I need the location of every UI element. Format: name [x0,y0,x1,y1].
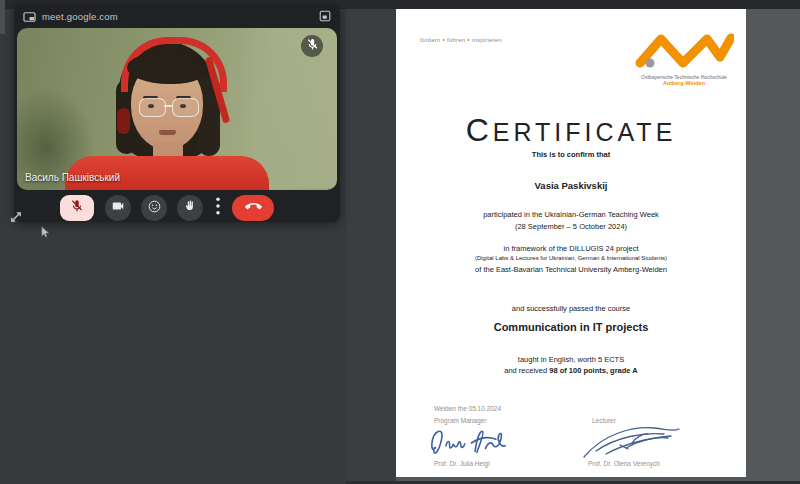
meet-pip-window: meet.google.com [14,5,340,222]
slogan-bullet: • [442,36,445,43]
headphones-earcup [117,108,130,134]
reactions-button[interactable] [141,195,167,221]
screen: meet.google.com [0,0,800,484]
grade-prefix: and received [504,366,549,375]
university-location: Amberg-Weiden [632,80,736,86]
pip-tab-icon [23,11,36,23]
call-controls [4,195,330,221]
back-to-tab-icon[interactable] [319,10,331,22]
participant-mouth [159,130,176,135]
glasses-lens [139,98,166,117]
more-options-icon [215,196,221,220]
certificate-title: Certificate [396,112,746,149]
participant-video: Василь Пашківський [17,28,337,190]
place-date: Weiden the 05.10.2024 [434,405,501,412]
participation-dates: (28 September – 5 October 2024) [396,222,746,231]
background-gutter [346,9,396,481]
left-signer-name: Prof. Dr. Julia Heigl [434,460,490,467]
participant-name-label: Василь Пашківський [25,172,120,183]
oth-logo-mark-icon [634,55,734,72]
course-details-line: taught in English, worth 5 ECTS [396,355,746,364]
mouse-cursor [41,224,50,242]
left-notch [0,0,5,34]
framework-note: (Digital Labs & Lectures for Ukrainian, … [396,255,746,261]
mic-toggle-button[interactable] [60,195,94,221]
slogan-word: führen [447,37,465,43]
passed-line: and successfully passed the course [396,304,746,313]
university-logo: Ostbayerische Technische Hochschule Ambe… [632,33,736,86]
slogan-bullet: • [467,36,470,43]
raise-hand-button[interactable] [177,195,203,221]
end-call-button[interactable] [232,195,274,221]
signature-right-image [576,419,686,465]
glasses-bridge [164,105,172,107]
university-line: of the East-Bavarian Technical Universit… [396,265,746,274]
pip-url: meet.google.com [42,11,118,22]
end-call-icon [245,198,262,219]
more-options-button[interactable] [212,195,224,221]
raise-hand-icon [183,199,197,217]
reactions-icon [147,199,162,218]
university-slogan: fördern•führen•inspirieren [420,36,502,43]
framework-line: in framework of the DILLUGIS 24 project [396,244,746,253]
slogan-word: inspirieren [472,37,502,43]
grade-line: and received 98 of 100 points, grade A [396,366,746,375]
participation-line: participated in the Ukrainian-German Tea… [396,210,746,219]
mic-muted-badge [301,35,323,57]
glasses-lens [172,98,199,117]
pip-titlebar: meet.google.com [14,5,340,28]
camera-toggle-button[interactable] [105,195,131,221]
certificate-page: fördern•führen•inspirieren Ostbayerische… [396,9,746,477]
right-signer-name: Prof. Dr. Olena Verenych [588,460,660,467]
grade-value: 98 of 100 points, grade A [549,366,638,375]
intro-line: This is to confirm that [396,150,746,159]
recipient-name: Vasia Paskivskij [396,180,746,191]
resize-handle-icon[interactable] [10,209,22,227]
signature-left-image [426,423,511,465]
viewer-background [746,9,800,481]
mic-off-icon [306,37,319,55]
slogan-word: fördern [420,37,440,43]
camera-icon [111,199,125,217]
participant-fringe [127,52,207,84]
course-title: Communication in IT projects [396,321,746,333]
mic-off-icon [70,199,84,217]
